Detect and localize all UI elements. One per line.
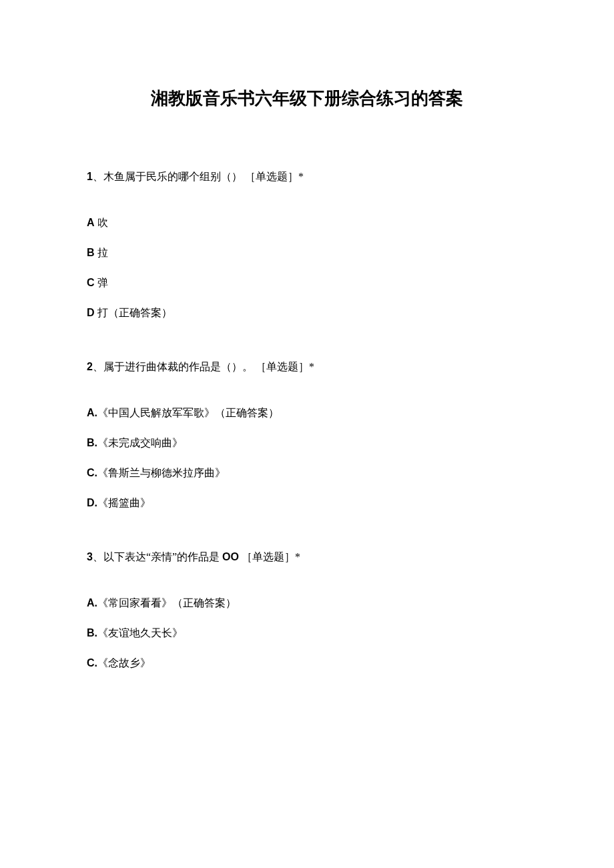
option-row: C 弹 [87,276,527,290]
question-block: 2、属于进行曲体裁的作品是（）。 ［单选题］* A.《中国人民解放军军歌》（正确… [87,360,527,510]
option-text: 《常回家看看》（正确答案） [97,597,236,608]
question-number: 2 [87,361,93,372]
option-text: 《友谊地久天长》 [97,627,183,638]
option-row: A.《常回家看看》（正确答案） [87,596,527,610]
option-text: 《摇篮曲》 [97,497,151,508]
option-text: 《未完成交响曲》 [97,437,183,448]
option-row: A.《中国人民解放军军歌》（正确答案） [87,406,527,420]
question-block: 3、以下表达“亲情”的作品是 OO ［单选题］* A.《常回家看看》（正确答案）… [87,550,527,671]
option-row: B.《未完成交响曲》 [87,436,527,450]
option-text: 吹 [95,217,108,228]
option-row: D.《摇篮曲》 [87,496,527,510]
question-number: 1 [87,171,93,182]
option-letter: B. [87,627,97,638]
question-stem: 2、属于进行曲体裁的作品是（）。 ［单选题］* [87,360,527,374]
oo-marker: OO [222,551,239,562]
question-block: 1、木鱼属于民乐的哪个组别（） ［单选题］* A 吹 B 拉 C 弹 D 打（正… [87,170,527,320]
question-text: 、木鱼属于民乐的哪个组别（） [93,171,242,182]
option-row: B.《友谊地久天长》 [87,626,527,640]
question-type-tag: ［单选题］* [256,361,314,372]
option-letter: A. [87,597,97,608]
option-text: 打（正确答案） [95,307,172,318]
question-number: 3 [87,551,93,562]
question-stem: 3、以下表达“亲情”的作品是 OO ［单选题］* [87,550,527,564]
question-text-a: 、以下表达“亲情”的作品是 [93,551,222,562]
question-text: 、属于进行曲体裁的作品是（）。 [93,361,253,372]
question-type-tag: ［单选题］* [242,551,300,562]
option-letter: C [87,277,95,288]
option-text: 《鲁斯兰与柳德米拉序曲》 [97,467,226,478]
document-page: 湘教版音乐书六年级下册综合练习的答案 1、木鱼属于民乐的哪个组别（） ［单选题］… [0,0,614,751]
option-letter: D [87,307,95,318]
option-row: C.《念故乡》 [87,657,527,671]
option-text: 拉 [95,247,108,258]
question-stem: 1、木鱼属于民乐的哪个组别（） ［单选题］* [87,170,527,184]
option-letter: C. [87,467,97,478]
option-row: A 吹 [87,216,527,230]
question-type-tag: ［单选题］* [245,171,304,182]
option-text: 《中国人民解放军军歌》（正确答案） [97,407,279,418]
option-row: D 打（正确答案） [87,306,527,320]
option-letter: D. [87,497,97,508]
option-text: 弹 [95,277,108,288]
option-row: C.《鲁斯兰与柳德米拉序曲》 [87,466,527,480]
option-text: 《念故乡》 [97,657,151,669]
option-letter: C. [87,657,97,669]
option-letter: B. [87,437,97,448]
option-row: B 拉 [87,246,527,260]
option-letter: A. [87,407,97,418]
option-letter: A [87,217,95,228]
option-letter: B [87,247,95,258]
page-title: 湘教版音乐书六年级下册综合练习的答案 [87,87,527,110]
